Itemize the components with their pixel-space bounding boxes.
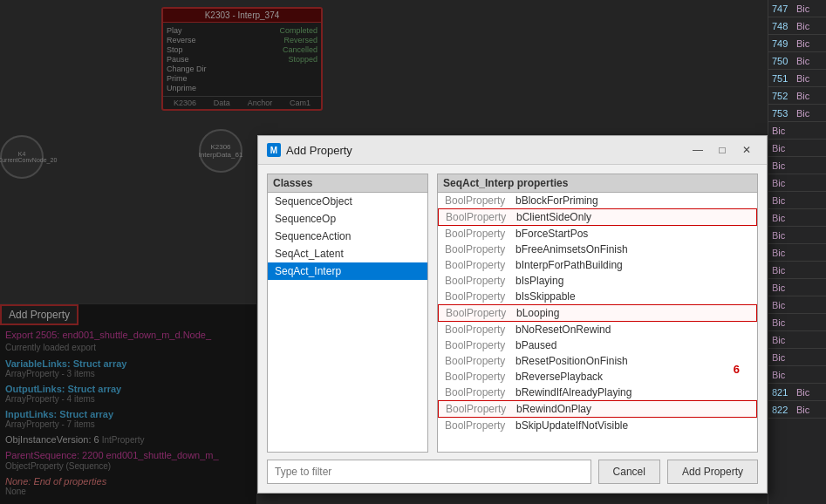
prop-row-bforcestartpos[interactable]: BoolProperty bForceStartPos — [438, 226, 757, 242]
classes-list[interactable]: SequenceObject SequenceOp SequenceAction… — [268, 193, 427, 452]
prop-row-bpaused[interactable]: BoolProperty bPaused — [438, 337, 757, 353]
prop-row-brewindifalreadyplaying[interactable]: BoolProperty bRewindIfAlreadyPlaying — [438, 385, 757, 400]
prop-row-binterpforpathbuilding[interactable]: BoolProperty bInterpForPathBuilding — [438, 257, 757, 273]
modal-footer: Cancel Add Property — [267, 460, 758, 484]
filter-input[interactable] — [267, 460, 591, 484]
prop-row-bisplaying[interactable]: BoolProperty bIsPlaying — [438, 273, 757, 289]
prop-row-bskipupdateifnotvisible[interactable]: BoolProperty bSkipUpdateIfNotVisible — [438, 418, 757, 433]
minimize-button[interactable]: — — [686, 141, 709, 159]
right-row-b8: Bic — [768, 244, 826, 262]
class-item-sequenceobject[interactable]: SequenceObject — [268, 193, 427, 210]
right-panel: 747Bic 748Bic 749Bic 750Bic 751Bic 752Bi… — [768, 0, 826, 504]
right-row-747: 747Bic — [768, 0, 826, 17]
classes-column: Classes SequenceObject SequenceOp Sequen… — [267, 174, 428, 453]
right-row-b7: Bic — [768, 227, 826, 244]
classes-header: Classes — [268, 174, 427, 193]
right-row-b15: Bic — [768, 366, 826, 384]
prop-row-bresetpositiononfinish[interactable]: BoolProperty bResetPositionOnFinish — [438, 353, 757, 369]
class-item-sequenceop[interactable]: SequenceOp — [268, 210, 427, 228]
right-row-822: 822Bic — [768, 401, 826, 419]
right-row-753: 753Bic — [768, 105, 826, 122]
right-row-b6: Bic — [768, 209, 826, 227]
prop-row-bclientsideonly[interactable]: BoolProperty bClientSideOnly — [438, 208, 757, 226]
right-row-b12: Bic — [768, 314, 826, 331]
right-row-750: 750Bic — [768, 52, 826, 70]
modal-window-controls: — □ ✕ — [686, 141, 758, 159]
modal-body: Classes SequenceObject SequenceOp Sequen… — [258, 165, 767, 493]
class-item-sequenceaction[interactable]: SequenceAction — [268, 228, 427, 245]
maximize-button[interactable]: □ — [711, 141, 734, 159]
right-row-b11: Bic — [768, 296, 826, 314]
cancel-button[interactable]: Cancel — [598, 460, 660, 484]
modal-columns: Classes SequenceObject SequenceOp Sequen… — [267, 174, 758, 453]
right-row-b2: Bic — [768, 140, 826, 157]
modal-app-icon: M — [267, 143, 281, 157]
right-row-b13: Bic — [768, 331, 826, 349]
right-row-751: 751Bic — [768, 70, 826, 87]
properties-header: SeqAct_Interp properties — [438, 174, 757, 193]
right-row-821: 821Bic — [768, 384, 826, 401]
prop-row-blooping[interactable]: BoolProperty bLooping — [438, 304, 757, 322]
prop-row-bblockforpriming[interactable]: BoolProperty bBlockForPriming — [438, 193, 757, 208]
class-item-seqact-interp[interactable]: SeqAct_Interp — [268, 262, 427, 280]
modal-title: Add Property — [286, 144, 681, 157]
modal-titlebar: M Add Property — □ ✕ — [258, 136, 767, 165]
right-row-b10: Bic — [768, 279, 826, 296]
prop-row-bisskippable[interactable]: BoolProperty bIsSkippable — [438, 289, 757, 304]
right-row-b4: Bic — [768, 174, 826, 192]
add-property-button[interactable]: Add Property — [667, 460, 758, 484]
properties-column: SeqAct_Interp properties BoolProperty bB… — [437, 174, 758, 453]
number-badge: 6 — [734, 363, 740, 376]
right-row-b5: Bic — [768, 192, 826, 209]
right-row-748: 748Bic — [768, 17, 826, 35]
right-row-752: 752Bic — [768, 87, 826, 105]
prop-row-brewindonplay[interactable]: BoolProperty bRewindOnPlay — [438, 400, 757, 418]
right-row-b14: Bic — [768, 349, 826, 366]
prop-row-breverseplayback[interactable]: BoolProperty bReversePlayback — [438, 369, 757, 385]
prop-row-bnoresetonrewind[interactable]: BoolProperty bNoResetOnRewind — [438, 322, 757, 337]
right-row-b3: Bic — [768, 157, 826, 174]
right-row-b9: Bic — [768, 262, 826, 279]
close-button[interactable]: ✕ — [735, 141, 758, 159]
class-item-seqact-latent[interactable]: SeqAct_Latent — [268, 245, 427, 262]
prop-row-bfreeanimsetsonfinish[interactable]: BoolProperty bFreeAnimsetsOnFinish — [438, 242, 757, 257]
right-row-749: 749Bic — [768, 35, 826, 52]
properties-list[interactable]: BoolProperty bBlockForPriming BoolProper… — [438, 193, 757, 452]
add-property-modal: M Add Property — □ ✕ Classes SequenceObj… — [257, 135, 768, 494]
right-row-b1: Bic — [768, 122, 826, 140]
modal-overlay: M Add Property — □ ✕ Classes SequenceObj… — [0, 0, 768, 504]
